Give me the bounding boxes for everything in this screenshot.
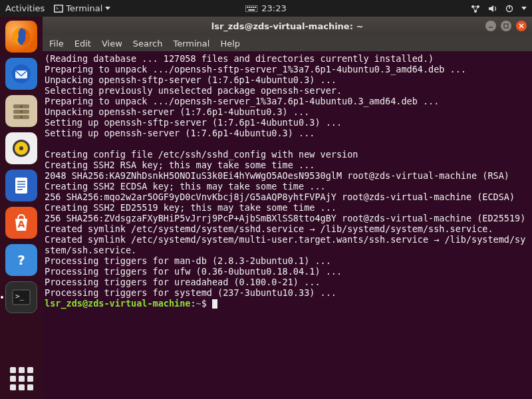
minimize-icon [488,23,493,29]
svg-point-27 [21,116,23,118]
top-panel: Activities >_ Terminal 23:23 [0,0,532,17]
speaker-icon [488,5,497,13]
terminal-icon: >_ [9,285,33,309]
svg-line-14 [475,7,478,11]
prompt-path: ~ [196,298,201,309]
app-menu-label: Terminal [66,3,102,13]
launcher-thunderbird[interactable] [5,58,37,90]
document-icon [9,174,33,198]
chevron-down-icon [105,7,110,10]
window-title: lsr_zds@zds-virtual-machine: ~ [211,21,364,31]
launcher-terminal[interactable]: >_ [5,281,37,313]
prompt-user-host: lsr_zds@zds-virtual-machine [45,298,190,309]
window-close-button[interactable] [516,21,527,31]
svg-rect-42 [504,24,508,28]
launcher-help[interactable]: ? [5,244,37,276]
svg-rect-4 [247,7,248,8]
activities-button[interactable]: Activities [5,3,45,13]
shopping-bag-icon: A [9,211,33,235]
svg-rect-7 [253,7,254,8]
svg-rect-31 [15,178,27,194]
window-maximize-button[interactable] [501,21,511,31]
network-icon [471,5,480,13]
svg-rect-5 [249,7,250,8]
terminal-menubar: File Edit View Search Terminal Help [43,35,532,51]
system-status-area[interactable] [471,5,527,13]
launcher-software[interactable]: A [5,207,37,239]
launcher-files[interactable] [5,95,37,127]
menu-edit[interactable]: Edit [74,39,91,49]
maximize-icon [503,23,509,29]
firefox-icon [9,25,33,49]
launcher: A ? >_ [0,17,43,399]
help-icon: ? [9,248,33,272]
svg-point-30 [19,146,23,150]
svg-rect-8 [255,7,256,8]
svg-point-26 [21,111,23,113]
svg-text:>_: >_ [56,6,62,11]
clock-time: 23:23 [261,3,286,13]
svg-text:>_: >_ [15,292,25,301]
menu-terminal[interactable]: Terminal [173,39,209,49]
menu-view[interactable]: View [102,39,122,49]
menu-file[interactable]: File [49,39,64,49]
terminal-icon: >_ [54,5,63,13]
cursor [212,299,217,309]
window-minimize-button[interactable] [485,21,496,31]
thunderbird-icon [9,62,33,86]
terminal-output[interactable]: (Reading database ... 127058 files and d… [43,51,532,399]
keyboard-icon [245,5,257,12]
svg-text:A: A [18,219,25,229]
svg-text:?: ? [17,252,25,268]
svg-line-13 [473,7,475,11]
launcher-rhythmbox[interactable] [5,132,37,164]
svg-rect-9 [248,9,255,11]
svg-point-25 [21,106,23,108]
launcher-firefox[interactable] [5,21,37,53]
menu-help[interactable]: Help [220,39,240,49]
power-icon [505,5,513,13]
close-icon [519,23,524,29]
svg-rect-3 [245,5,257,12]
svg-marker-16 [489,5,493,12]
menu-search[interactable]: Search [133,39,163,49]
terminal-window: lsr_zds@zds-virtual-machine: ~ File Edit… [43,17,532,399]
file-manager-icon [9,99,33,123]
app-menu[interactable]: >_ Terminal [54,3,110,13]
window-titlebar[interactable]: lsr_zds@zds-virtual-machine: ~ [43,17,532,35]
music-icon [9,136,33,160]
show-applications-button[interactable] [7,364,35,392]
launcher-writer[interactable] [5,170,37,201]
chevron-down-icon [521,7,527,10]
svg-rect-6 [251,7,252,8]
clock[interactable]: 23:23 [245,3,286,13]
